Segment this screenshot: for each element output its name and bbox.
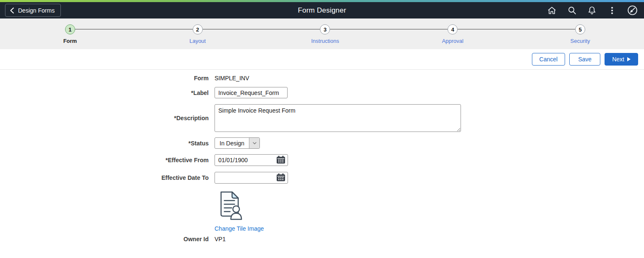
owner-id-label: Owner Id xyxy=(0,236,209,242)
stepper-step-security[interactable]: 5 Security xyxy=(516,18,644,49)
stepper-step-approval[interactable]: 4 Approval xyxy=(389,18,516,49)
stepper-step-instructions[interactable]: 3 Instructions xyxy=(262,18,389,49)
form-designer-step1-form: Form SIMPLE_INV *Label *Description Simp… xyxy=(0,70,644,242)
step-circle-1: 1 xyxy=(65,24,75,34)
wizard-stepper: 1 Form 2 Layout 3 Instructions 4 Approva… xyxy=(0,18,644,49)
select-dropdown-arrow xyxy=(249,138,259,148)
effective-from-label: *Effective From xyxy=(0,157,209,163)
play-arrow-icon xyxy=(627,57,631,61)
form-name-row: Form SIMPLE_INV xyxy=(0,75,644,82)
tile-image-document-person-icon xyxy=(215,189,244,223)
owner-id-value: VP1 xyxy=(215,236,225,242)
stepper-step-form[interactable]: 1 Form xyxy=(6,18,134,49)
tile-image-row xyxy=(0,189,644,223)
step-label-approval: Approval xyxy=(442,38,463,44)
effective-from-row: *Effective From xyxy=(0,154,644,166)
change-tile-image-link[interactable]: Change Tile Image xyxy=(215,225,264,232)
status-row: *Status In Design xyxy=(0,137,644,149)
step-label-security: Security xyxy=(571,38,590,44)
stepper-steps: 1 Form 2 Layout 3 Instructions 4 Approva… xyxy=(0,18,644,49)
next-button[interactable]: Next xyxy=(605,53,638,66)
home-icon xyxy=(547,5,557,16)
calendar-icon xyxy=(276,173,285,183)
save-button[interactable]: Save xyxy=(569,53,600,66)
effective-to-row: Effective Date To xyxy=(0,172,644,184)
header-icon-group xyxy=(545,4,639,17)
calendar-icon xyxy=(276,155,285,165)
label-field-label: *Label xyxy=(0,90,209,96)
step-circle-4: 4 xyxy=(448,24,458,34)
back-button-design-forms[interactable]: Design Forms xyxy=(5,4,61,17)
status-field-label: *Status xyxy=(0,140,209,147)
bell-icon xyxy=(587,5,597,16)
form-name-label: Form xyxy=(0,75,209,82)
status-selected-value: In Design xyxy=(215,138,249,148)
action-toolbar: Cancel Save Next xyxy=(0,49,644,70)
step-label-instructions: Instructions xyxy=(311,38,339,44)
search-icon xyxy=(567,5,577,16)
next-button-label: Next xyxy=(612,56,624,63)
navbar-compass-icon xyxy=(627,5,638,16)
step-circle-2: 2 xyxy=(193,24,203,34)
effective-to-label: Effective Date To xyxy=(0,174,209,181)
label-row: *Label xyxy=(0,87,644,98)
kebab-menu-icon xyxy=(607,5,617,16)
label-input[interactable] xyxy=(215,87,288,98)
step-circle-5: 5 xyxy=(575,24,585,34)
description-textarea[interactable]: Simple Invoice Request Form xyxy=(215,104,461,132)
step-label-layout: Layout xyxy=(189,38,206,44)
home-button[interactable] xyxy=(545,4,558,17)
step-label-form: Form xyxy=(63,38,77,44)
cancel-button[interactable]: Cancel xyxy=(532,53,565,66)
description-row: *Description Simple Invoice Request Form xyxy=(0,104,644,132)
stepper-step-layout[interactable]: 2 Layout xyxy=(134,18,262,49)
notifications-button[interactable] xyxy=(585,4,599,17)
owner-id-row: Owner Id VP1 xyxy=(0,236,644,242)
actions-menu-button[interactable] xyxy=(605,4,619,17)
step-circle-3: 3 xyxy=(320,24,330,34)
effective-to-calendar-button[interactable] xyxy=(276,174,286,182)
effective-from-calendar-button[interactable] xyxy=(276,156,286,164)
description-field-label: *Description xyxy=(0,115,209,121)
status-select[interactable]: In Design xyxy=(215,137,260,149)
change-tile-row: Change Tile Image xyxy=(0,225,644,232)
form-name-value: SIMPLE_INV xyxy=(215,75,249,82)
search-button[interactable] xyxy=(565,4,579,17)
header-bar: Design Forms Form Designer xyxy=(0,2,644,18)
back-button-label: Design Forms xyxy=(18,7,55,14)
chevron-left-icon xyxy=(10,7,14,14)
navbar-button[interactable] xyxy=(626,4,639,17)
